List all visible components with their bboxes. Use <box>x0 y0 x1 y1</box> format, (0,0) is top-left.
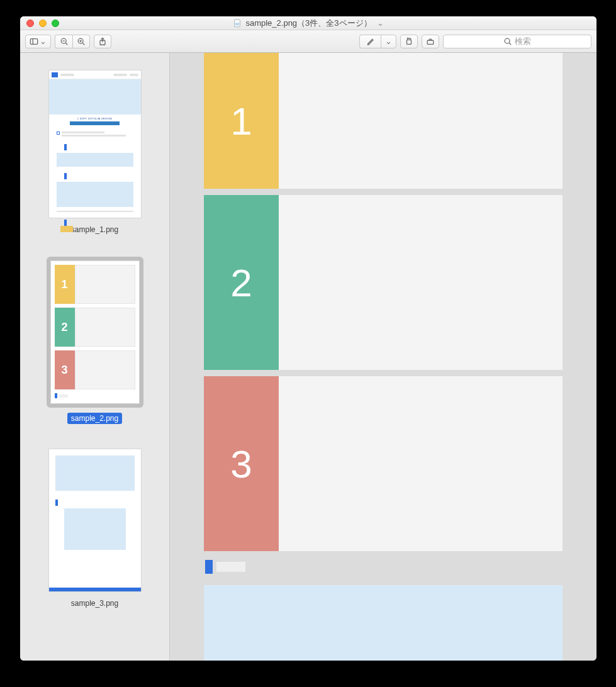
search-icon <box>503 37 512 46</box>
zoom-out-button[interactable] <box>55 35 72 48</box>
thumb1-caption: 1 SOFT DOTSLIM DESIGN <box>49 114 141 121</box>
svg-line-8 <box>82 43 84 45</box>
share-icon <box>98 37 107 46</box>
thumb-card-1: 1 <box>55 265 75 304</box>
card-1-body <box>279 53 563 189</box>
svg-line-5 <box>65 43 67 45</box>
svg-line-16 <box>509 43 511 45</box>
marker-bar <box>205 560 213 574</box>
thumbnail-item[interactable]: 1 SOFT DOTSLIM DESIGN sample_1.png <box>47 68 143 234</box>
window-title-text: sample_2.png（3件、全3ページ） <box>245 18 371 29</box>
card-2-body <box>279 195 563 370</box>
markup-menu-button[interactable]: ⌄ <box>381 35 396 48</box>
thumbnail-label[interactable]: sample_3.png <box>71 599 118 608</box>
section-marker <box>205 560 563 574</box>
zoom-out-icon <box>60 37 69 46</box>
thumbnail-item[interactable]: sample_3.png <box>47 447 143 608</box>
chevron-down-icon: ⌄ <box>385 36 392 46</box>
preview-window: sample_2.png（3件、全3ページ） ⌄ ⌄ ⌄ <box>20 16 596 661</box>
thumbnail-label[interactable]: sample_1.png <box>71 225 118 234</box>
thumbnail-item[interactable]: 1 2 3 sample_2.png <box>47 257 143 424</box>
search-placeholder: 検索 <box>515 36 531 47</box>
thumbnail-sidebar[interactable]: 1 SOFT DOTSLIM DESIGN sample_1.png <box>20 53 170 661</box>
pencil-icon <box>366 37 375 46</box>
thumb-card-2: 2 <box>55 308 75 347</box>
sidebar-icon <box>30 37 38 46</box>
minimize-window-button[interactable] <box>39 20 47 27</box>
card-3-body <box>279 376 563 551</box>
svg-rect-1 <box>235 23 239 25</box>
chevron-down-icon: ⌄ <box>40 36 47 46</box>
page-content: 1 2 3 <box>204 53 563 661</box>
svg-point-15 <box>505 38 510 43</box>
toolbox-icon <box>426 37 435 46</box>
content-area: 1 SOFT DOTSLIM DESIGN sample_1.png <box>20 53 596 661</box>
title-dropdown-icon[interactable]: ⌄ <box>377 18 384 28</box>
card-2-number: 2 <box>204 195 279 370</box>
zoom-in-button[interactable] <box>72 35 90 48</box>
thumb-card-3: 3 <box>55 350 75 389</box>
thumbnail-label[interactable]: sample_2.png <box>67 413 122 424</box>
window-controls <box>26 20 59 27</box>
thumbnail-image-1: 1 SOFT DOTSLIM DESIGN <box>48 70 142 218</box>
marker-label-placeholder <box>216 562 245 572</box>
thumbnail-image-2: 1 2 3 <box>50 260 140 404</box>
window-title: sample_2.png（3件、全3ページ） ⌄ <box>20 18 596 29</box>
card-3-number: 3 <box>204 376 279 551</box>
next-section-block <box>204 585 563 661</box>
svg-rect-13 <box>407 40 412 44</box>
rotate-button[interactable] <box>400 35 418 48</box>
card-1-number: 1 <box>204 53 279 189</box>
image-file-icon <box>233 19 242 28</box>
search-input[interactable]: 検索 <box>443 35 591 48</box>
svg-rect-0 <box>235 20 240 26</box>
close-window-button[interactable] <box>26 20 34 27</box>
share-button[interactable] <box>94 35 111 48</box>
zoom-window-button[interactable] <box>52 20 59 27</box>
rotate-icon <box>405 37 413 46</box>
zoom-in-icon <box>77 37 86 46</box>
document-canvas[interactable]: 1 2 3 <box>170 53 596 661</box>
svg-rect-14 <box>427 40 434 44</box>
toolbar: ⌄ ⌄ 検索 <box>20 30 596 53</box>
sidebar-toggle-button[interactable]: ⌄ <box>25 35 51 48</box>
markup-button[interactable] <box>359 35 381 48</box>
titlebar: sample_2.png（3件、全3ページ） ⌄ <box>20 16 596 30</box>
markup-toolbar-button[interactable] <box>422 35 439 48</box>
thumbnail-image-3 <box>48 449 142 592</box>
svg-rect-2 <box>30 38 37 44</box>
